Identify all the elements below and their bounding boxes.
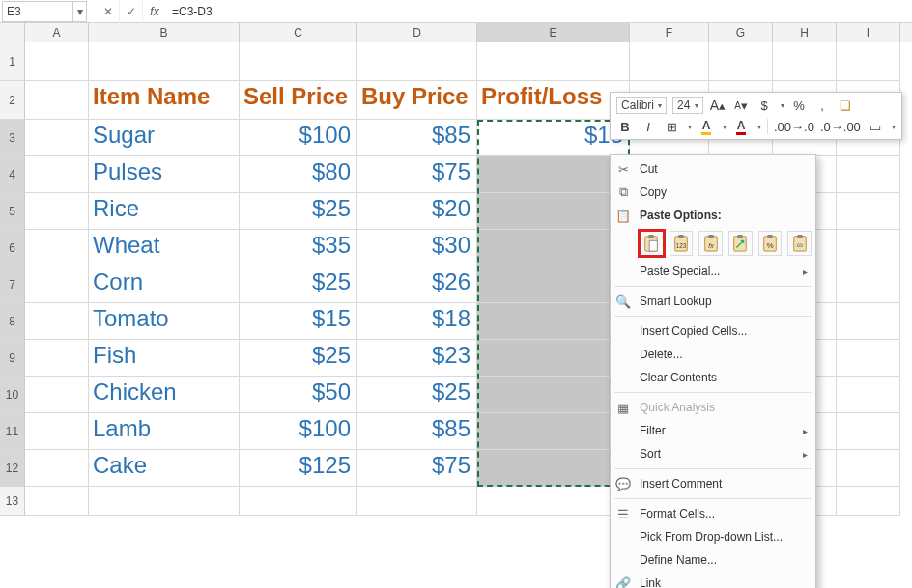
cell-H1[interactable]: [773, 42, 837, 81]
cell-E8[interactable]: [477, 303, 630, 340]
cell-A12[interactable]: [25, 450, 89, 487]
cell-B12[interactable]: Cake: [89, 450, 240, 487]
cell-B13[interactable]: [89, 487, 240, 516]
cell-C2[interactable]: Sell Price: [240, 81, 357, 120]
row-header-8[interactable]: 8: [0, 303, 25, 340]
fx-icon[interactable]: fx: [143, 5, 166, 18]
cell-E13[interactable]: [477, 487, 630, 516]
cell-E9[interactable]: [477, 340, 630, 377]
cell-C5[interactable]: $25: [240, 193, 357, 230]
cell-A3[interactable]: [25, 120, 89, 156]
name-box[interactable]: E3 ▾: [2, 1, 87, 22]
cell-A11[interactable]: [25, 413, 89, 450]
context-sort[interactable]: Sort ▸: [611, 442, 815, 465]
borders-button[interactable]: ⊞: [663, 118, 680, 135]
paste-formulas-button[interactable]: fx: [698, 231, 723, 256]
name-box-dropdown[interactable]: ▾: [72, 2, 86, 21]
cell-I13[interactable]: [837, 487, 900, 516]
enter-formula-button[interactable]: ✓: [120, 0, 143, 23]
col-header-A[interactable]: A: [25, 23, 89, 42]
row-header-11[interactable]: 11: [0, 413, 25, 450]
cell-E7[interactable]: [477, 266, 630, 303]
cell-B2[interactable]: Item Name: [89, 81, 240, 120]
col-header-I[interactable]: I: [837, 23, 900, 42]
cell-A4[interactable]: [25, 156, 89, 193]
cell-I4[interactable]: [837, 156, 900, 193]
cell-A5[interactable]: [25, 193, 89, 230]
context-insert-comment[interactable]: 💬 Insert Comment: [611, 472, 815, 495]
context-clear-contents[interactable]: Clear Contents: [611, 366, 815, 389]
cell-I10[interactable]: [837, 377, 900, 413]
cell-F1[interactable]: [630, 42, 709, 81]
context-link[interactable]: 🔗 Link: [611, 572, 815, 588]
cell-I8[interactable]: [837, 303, 900, 340]
cell-E6[interactable]: [477, 230, 630, 266]
context-format-cells[interactable]: ☰ Format Cells...: [611, 502, 815, 525]
row-header-12[interactable]: 12: [0, 450, 25, 487]
cell-D6[interactable]: $30: [357, 230, 477, 266]
cell-A6[interactable]: [25, 230, 89, 266]
mini-font-name[interactable]: Calibri ▾: [616, 97, 667, 114]
cell-A1[interactable]: [25, 42, 89, 81]
cell-E2[interactable]: Profit/Loss: [477, 81, 630, 120]
col-header-B[interactable]: B: [89, 23, 240, 42]
cell-A10[interactable]: [25, 377, 89, 413]
paste-values-button[interactable]: 123: [670, 231, 694, 256]
cell-E11[interactable]: [477, 413, 630, 450]
cell-D9[interactable]: $23: [357, 340, 477, 377]
cell-C8[interactable]: $15: [240, 303, 357, 340]
decrease-decimal-button[interactable]: .00→.0: [774, 118, 814, 135]
percent-format-button[interactable]: %: [790, 97, 808, 114]
cell-D5[interactable]: $20: [357, 193, 477, 230]
cell-D2[interactable]: Buy Price: [357, 81, 477, 120]
merge-center-button[interactable]: ▭: [867, 118, 884, 135]
cell-C1[interactable]: [240, 42, 357, 81]
row-header-3[interactable]: 3: [0, 120, 25, 156]
context-insert-copied[interactable]: Insert Copied Cells...: [611, 320, 815, 343]
cell-C7[interactable]: $25: [240, 266, 357, 303]
mini-font-size[interactable]: 24 ▾: [672, 97, 703, 114]
cell-D12[interactable]: $75: [357, 450, 477, 487]
col-header-F[interactable]: F: [630, 23, 709, 42]
context-copy[interactable]: ⧉ Copy: [611, 181, 815, 204]
cell-I1[interactable]: [837, 42, 900, 81]
paste-link-button[interactable]: ∞: [787, 231, 812, 256]
col-header-G[interactable]: G: [709, 23, 773, 42]
font-color-button[interactable]: A: [732, 118, 750, 135]
cell-B4[interactable]: Pulses: [89, 156, 240, 193]
context-pick-dropdown[interactable]: Pick From Drop-down List...: [611, 525, 815, 548]
cell-C12[interactable]: $125: [240, 450, 357, 487]
paste-formatting-button[interactable]: %: [758, 231, 783, 256]
cell-A2[interactable]: [25, 81, 89, 120]
cell-C10[interactable]: $50: [240, 377, 357, 413]
cell-C4[interactable]: $80: [240, 156, 357, 193]
paste-button[interactable]: [640, 231, 664, 256]
row-header-6[interactable]: 6: [0, 230, 25, 266]
cell-E4[interactable]: [477, 156, 630, 193]
increase-font-button[interactable]: A▴: [709, 97, 727, 114]
row-header-1[interactable]: 1: [0, 42, 25, 81]
decrease-font-button[interactable]: A▾: [732, 97, 750, 114]
cell-D1[interactable]: [357, 42, 477, 81]
format-painter-button[interactable]: ❏: [837, 97, 854, 114]
cell-B6[interactable]: Wheat: [89, 230, 240, 266]
cancel-formula-button[interactable]: ✕: [97, 0, 120, 23]
cell-I9[interactable]: [837, 340, 900, 377]
formula-input[interactable]: =C3-D3: [166, 5, 912, 18]
cell-B9[interactable]: Fish: [89, 340, 240, 377]
cell-C9[interactable]: $25: [240, 340, 357, 377]
row-header-4[interactable]: 4: [0, 156, 25, 193]
cell-I11[interactable]: [837, 413, 900, 450]
cell-E12[interactable]: [477, 450, 630, 487]
row-header-9[interactable]: 9: [0, 340, 25, 377]
cell-B10[interactable]: Chicken: [89, 377, 240, 413]
cell-B11[interactable]: Lamb: [89, 413, 240, 450]
paste-transpose-button[interactable]: [728, 231, 753, 256]
cell-A8[interactable]: [25, 303, 89, 340]
row-header-7[interactable]: 7: [0, 266, 25, 303]
col-header-C[interactable]: C: [240, 23, 357, 42]
cell-E3[interactable]: $15: [477, 120, 630, 156]
cell-D11[interactable]: $85: [357, 413, 477, 450]
context-filter[interactable]: Filter ▸: [611, 419, 815, 442]
select-all-button[interactable]: [0, 23, 25, 42]
